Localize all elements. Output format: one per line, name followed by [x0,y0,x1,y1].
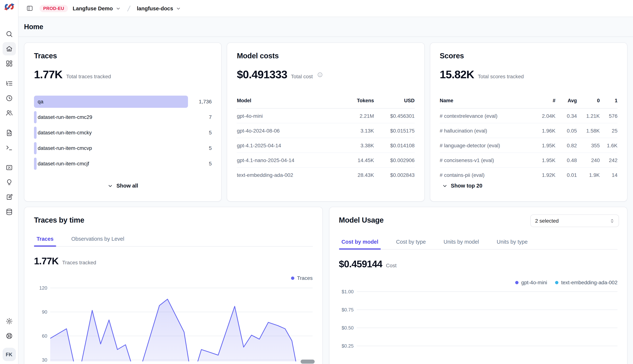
model-costs-metric: $0.491333 Total cost [237,68,415,81]
trace-bar-row[interactable]: dataset-run-item-cmcjf5 [34,158,212,170]
breadcrumb-separator [125,4,132,12]
cards-row-1: Traces 1.77K Total traces tracked qa1,73… [24,42,627,202]
chevron-down-icon [108,183,113,188]
row-name: gpt-4.1-2025-04-14 [237,142,341,148]
sidebar-item-dashboards[interactable] [3,57,16,70]
scores-icon [5,164,13,171]
model-usage-tabs: Cost by modelCost by typeUnits by modelU… [339,236,617,250]
sidebar-item-users[interactable] [3,106,16,120]
org-name: Langfuse Demo [73,5,113,11]
row-name: text-embedding-ada-002 [237,172,341,178]
row-value: $0.014108 [374,142,415,148]
show-all-button[interactable]: Show all [108,183,138,189]
tab-cost-by-type[interactable]: Cost by type [393,236,428,249]
sidebar-item-scores[interactable] [3,161,16,174]
usage-cost-value: $0.459144 [339,258,382,270]
trace-count: 5 [209,158,212,170]
column-header: # [532,98,555,103]
scores-metric: 15.82K Total scores tracked [440,68,617,81]
usage-chart-y-axis: $1.00$0.75$0.50$0.25 [339,291,357,364]
traces-card-title: Traces [34,52,212,60]
scores-table-header: Name#Avg01 [440,98,617,108]
org-switcher[interactable]: Langfuse Demo [73,5,121,11]
table-row: # conciseness-v1 (eval)1.95K0.48240242 [440,153,617,168]
sidebar-item-tracing[interactable] [3,77,16,90]
y-tick-label: 30 [42,357,47,363]
trace-bar [34,126,37,139]
annotation-icon [5,194,13,201]
model-costs-table: ModelTokensUSD gpt-4o-mini2.21M$0.456301… [237,98,415,182]
y-tick-label: $0.25 [342,343,354,349]
sidebar-item-annotation[interactable] [3,190,16,204]
tab-units-by-type[interactable]: Units by type [494,236,530,249]
row-value: 1.96K [532,128,555,134]
sidebar-item-sessions[interactable] [3,92,16,105]
row-value: 1.95K [532,142,555,148]
page-title: Home [24,23,43,31]
usage-line-chart [357,291,617,364]
tab-observations-by-level[interactable]: Observations by Level [69,232,127,246]
project-name: langfuse-docs [137,5,173,11]
cards-row-2: Traces by time TracesObservations by Lev… [24,207,627,364]
column-header: Tokens [341,98,374,103]
legend-label: text-embedding-ada-002 [561,280,617,285]
table-row: gpt-4o-2024-08-063.13K$0.015175 [237,123,415,138]
scores-total-label: Total scores tracked [478,74,524,79]
traces-tracked-metric: 1.77K Traces tracked [34,256,313,267]
table-row: gpt-4.1-nano-2025-04-1414.45K$0.002906 [237,153,415,168]
table-row: # contains-pii (eval)1.92K0.011.9K14 [440,168,617,182]
sidebar-nav [3,26,16,218]
tab-cost-by-model[interactable]: Cost by model [339,236,381,249]
sidebar-item-support[interactable] [3,329,16,342]
info-icon[interactable] [317,72,323,77]
usage-chart-legend: gpt-4o-minitext-embedding-ada-002 [339,280,617,285]
row-value: 0.01 [555,172,577,178]
model-costs-card: Model costs $0.491333 Total cost ModelTo… [227,42,425,202]
trace-bar-row[interactable]: dataset-run-item-cmc297 [34,111,212,123]
sidebar-toggle-button[interactable] [24,3,35,14]
sidebar-item-search[interactable] [3,27,16,40]
traces-card: Traces 1.77K Total traces tracked qa1,73… [24,42,222,202]
row-name: # conciseness-v1 (eval) [440,157,532,163]
traces-chart-y-axis: 120906030 [34,288,50,362]
tab-traces[interactable]: Traces [34,232,56,246]
column-header: Model [237,98,341,103]
sidebar-item-prompts[interactable] [3,126,16,140]
legend-dot [515,281,519,284]
trace-bar-row[interactable]: dataset-run-item-cmcvp5 [34,142,212,154]
sidebar-item-playground[interactable] [3,141,16,154]
sidebar-item-datasets[interactable] [3,205,16,218]
row-value: 3.13K [341,128,374,134]
model-usage-card: Model Usage 2 selected Cost by modelCost… [329,207,627,364]
row-value: 240 [577,157,600,163]
row-value: 355 [577,142,600,148]
y-tick-label: $1.00 [342,289,354,294]
row-value: 1.58K [577,128,600,134]
sidebar-item-home[interactable] [3,42,16,56]
tab-units-by-model[interactable]: Units by model [441,236,482,249]
sidebar-item-settings[interactable] [3,314,16,328]
show-top-20-button[interactable]: Show top 20 [442,183,482,189]
row-value: 1.9K [577,172,600,178]
project-switcher[interactable]: langfuse-docs [137,5,181,11]
trace-bar-row[interactable]: dataset-run-item-cmcky5 [34,126,212,139]
column-header: USD [374,98,415,103]
app-root: FK PROD-EU Langfuse Demo langfuse-docs [0,0,633,364]
avatar[interactable]: FK [3,348,16,361]
traces-by-time-title: Traces by time [34,216,313,224]
usage-cost-label: Cost [386,262,397,268]
legend-item: Traces [291,275,313,281]
panel-left-icon [26,5,33,12]
row-name: # contextrelevance (eval) [440,113,532,119]
support-icon [5,332,13,340]
legend-item: text-embedding-ada-002 [555,280,617,285]
model-select-dropdown[interactable]: 2 selected [530,214,619,227]
row-value: 0.48 [555,157,577,163]
horizontal-scrollbar-thumb[interactable] [301,360,315,364]
row-name: gpt-4o-mini [237,113,341,119]
row-value: 25 [600,128,617,134]
sidebar-bottom-nav [3,313,16,342]
sidebar-item-llm-as-a-judge[interactable] [3,176,16,189]
traces-by-time-tabs: TracesObservations by Level [34,232,313,246]
trace-bar-row[interactable]: qa1,736 [34,96,212,108]
